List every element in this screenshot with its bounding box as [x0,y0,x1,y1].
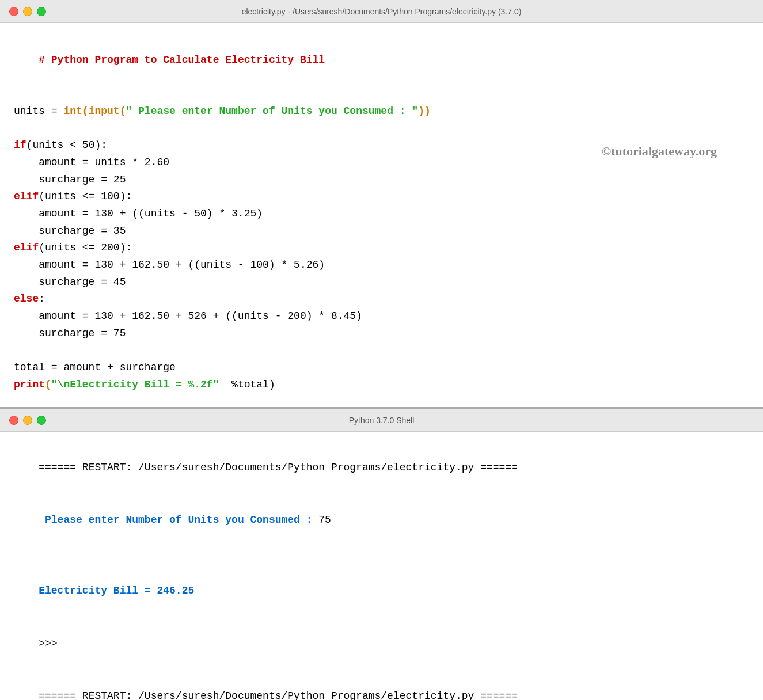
code-comment-line: # Python Program to Calculate Electricit… [14,35,749,86]
units-input-line: units = int(input(" Please enter Number … [14,103,749,120]
watermark: ©tutorialgateway.org [602,144,717,159]
print-rest: %total) [219,379,275,390]
comment-text: # Python Program to Calculate Electricit… [39,54,325,66]
input-val-1: 75 [318,514,331,526]
if-keyword: if [14,139,26,151]
surcharge3-indent: surcharge = 45 [14,276,126,288]
maximize-button[interactable] [37,7,46,16]
restart-text-1: ====== RESTART: /Users/suresh/Documents/… [39,462,518,473]
result-text-1: Electricity Bill = 246.25 [39,585,194,596]
shell-title-bar: Python 3.7.0 Shell [0,409,763,432]
result-line-1: Electricity Bill = 246.25 [14,564,749,617]
else-colon: : [39,293,45,305]
blank-shell-1 [14,547,749,565]
blank-line-1 [14,86,749,103]
else-keyword: else [14,293,39,305]
surcharge4-indent: surcharge = 75 [14,328,126,339]
if-cond: (units < 50): [26,139,107,151]
surcharge2-indent: surcharge = 35 [14,225,126,237]
int-func: int [63,105,82,117]
surcharge4-line: surcharge = 75 [14,325,749,343]
elif1-keyword: elif [14,191,39,202]
elif2-keyword: elif [14,242,39,253]
amount1-indent: amount = units * 2.60 [14,157,169,168]
amount2-indent: amount = 130 + ((units - 50) * 3.25) [14,208,263,219]
surcharge1-line: surcharge = 25 [14,172,749,189]
close-parens: )) [418,105,431,117]
minimize-button[interactable] [23,7,32,16]
print-open-paren: ( [45,379,51,390]
open-paren-input: ( [120,105,126,117]
total-line: total = amount + surcharge [14,359,749,376]
close-button[interactable] [9,7,18,16]
print-keyword: print [14,379,45,390]
amount4-indent: amount = 130 + 162.50 + 526 + ((units - … [14,310,362,322]
amount2-line: amount = 130 + ((units - 50) * 3.25) [14,206,749,223]
shell-minimize-button[interactable] [23,416,32,425]
restart-line-2: ====== RESTART: /Users/suresh/Documents/… [14,670,749,700]
elif1-cond: (units <= 100): [39,191,132,202]
editor-title: electricity.py - /Users/suresh/Documents… [242,7,522,16]
surcharge2-line: surcharge = 35 [14,223,749,240]
prompt-symbol-1: >>> [39,638,57,649]
shell-close-button[interactable] [9,416,18,425]
units-var: units = [14,105,63,117]
surcharge3-line: surcharge = 45 [14,274,749,291]
amount3-indent: amount = 130 + 162.50 + ((units - 100) *… [14,259,325,271]
else-line: else: [14,291,749,308]
prompt-text-1: Please enter Number of Units you Consume… [39,514,318,526]
editor-title-bar: electricity.py - /Users/suresh/Documents… [0,0,763,23]
blank-line-3 [14,342,749,359]
total-var: total = amount + surcharge [14,362,176,373]
print-line: print("\nElectricity Bill = %.2f" %total… [14,376,749,394]
window-controls[interactable] [9,7,46,16]
elif2-cond: (units <= 200): [39,242,132,253]
amount4-line: amount = 130 + 162.50 + 526 + ((units - … [14,308,749,325]
prompt-line-1: Please enter Number of Units you Consume… [14,494,749,547]
shell-title: Python 3.7.0 Shell [349,416,415,425]
print-string: "\nElectricity Bill = %.2f" [51,379,219,390]
shell-maximize-button[interactable] [37,416,46,425]
code-editor: # Python Program to Calculate Electricit… [0,23,763,409]
amount3-line: amount = 130 + 162.50 + ((units - 100) *… [14,257,749,274]
restart-text-2: ====== RESTART: /Users/suresh/Documents/… [39,690,518,700]
input-func: input [89,105,120,117]
elif1-line: elif(units <= 100): [14,188,749,206]
input-string: " Please enter Number of Units you Consu… [126,105,418,117]
shell-output: ====== RESTART: /Users/suresh/Documents/… [0,432,763,700]
restart-line-1: ====== RESTART: /Users/suresh/Documents/… [14,441,749,494]
shell-window-controls[interactable] [9,416,46,425]
open-paren-int: ( [82,105,89,117]
elif2-line: elif(units <= 200): [14,239,749,257]
blank-line-2 [14,120,749,137]
surcharge1-indent: surcharge = 25 [14,174,126,185]
prompt-sym-line-1: >>> [14,617,749,670]
